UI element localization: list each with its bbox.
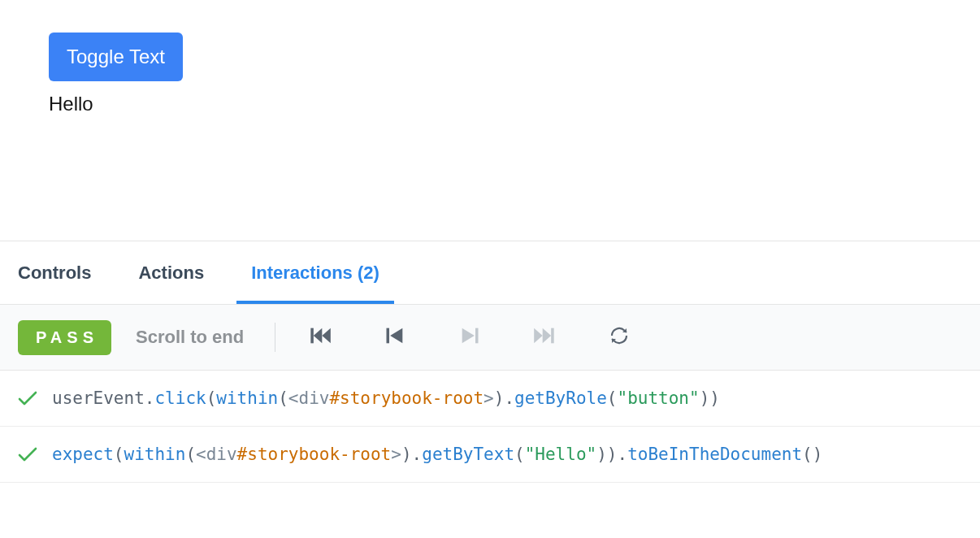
interaction-row[interactable]: userEvent.click(within(<div#storybook-ro… — [0, 371, 980, 427]
scroll-to-end-button[interactable]: Scroll to end — [136, 327, 244, 348]
svg-rect-3 — [387, 328, 390, 344]
check-icon — [18, 447, 37, 462]
output-text: Hello — [49, 93, 980, 115]
svg-marker-5 — [462, 328, 475, 344]
svg-marker-4 — [390, 328, 402, 344]
reload-icon — [609, 326, 629, 349]
step-forward-button[interactable] — [456, 323, 483, 351]
rewind-button[interactable] — [306, 323, 334, 351]
tab-interactions-count: (2) — [358, 262, 379, 284]
skip-back-icon — [309, 324, 332, 350]
fast-forward-button[interactable] — [531, 323, 558, 351]
reload-button[interactable] — [605, 323, 633, 351]
interaction-rows: userEvent.click(within(<div#storybook-ro… — [0, 371, 980, 483]
step-back-icon — [384, 324, 406, 350]
tab-interactions[interactable]: Interactions (2) — [251, 241, 379, 304]
svg-marker-7 — [534, 328, 543, 344]
svg-marker-1 — [314, 328, 323, 344]
check-icon — [18, 391, 37, 406]
interaction-code: userEvent.click(within(<div#storybook-ro… — [52, 388, 720, 408]
svg-rect-9 — [551, 328, 554, 344]
svg-rect-0 — [311, 328, 314, 344]
interaction-code: expect(within(<div#storybook-root>).getB… — [52, 445, 822, 464]
story-canvas: Toggle Text Hello — [0, 0, 980, 241]
divider — [275, 323, 275, 352]
tab-interactions-label: Interactions — [251, 262, 353, 284]
addon-tabbar: Controls Actions Interactions (2) — [0, 241, 980, 304]
interaction-row[interactable]: expect(within(<div#storybook-root>).getB… — [0, 427, 980, 483]
step-forward-icon — [458, 324, 481, 350]
skip-forward-icon — [533, 324, 556, 350]
tab-controls[interactable]: Controls — [18, 241, 91, 304]
status-badge: PASS — [18, 320, 111, 355]
toggle-text-button[interactable]: Toggle Text — [49, 33, 183, 81]
interactions-toolbar: PASS Scroll to end — [0, 304, 980, 371]
svg-marker-8 — [543, 328, 552, 344]
step-back-button[interactable] — [381, 323, 409, 351]
svg-rect-6 — [475, 328, 479, 344]
tab-actions[interactable]: Actions — [138, 241, 204, 304]
svg-marker-2 — [323, 328, 332, 344]
